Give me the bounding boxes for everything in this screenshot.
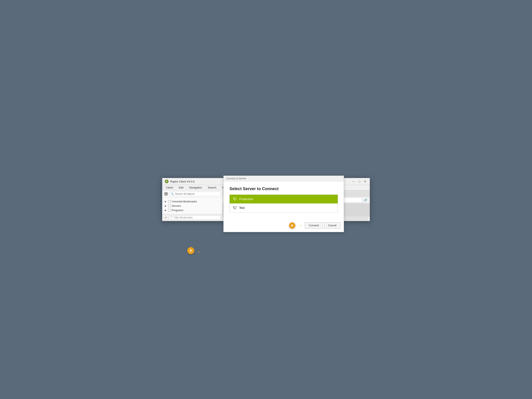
svg-point-7 [234, 198, 234, 199]
tree-item-servers[interactable]: ▶ Servers [162, 204, 222, 208]
title-bar-controls: ─ □ ✕ [351, 179, 367, 184]
add-bookmark-button[interactable]: + [164, 216, 168, 219]
search-input[interactable] [175, 192, 219, 195]
cancel-button[interactable]: Cancel [324, 222, 340, 228]
checkbox-programs[interactable] [168, 209, 171, 212]
sidebar: 🔍 ▶ Unsorted Bookmarks ▶ Servers ▶ [162, 190, 222, 221]
right-body: A → Connect to Server Select Server to C… [222, 203, 370, 216]
app-title: Raptor Client V4.0.6 [170, 180, 195, 183]
svg-point-11 [234, 207, 234, 207]
svg-rect-0 [165, 192, 166, 194]
server-icon-production [233, 197, 237, 201]
tree-label-unsorted: Unsorted Bookmarks [172, 200, 197, 203]
server-name-production: Production [239, 197, 253, 201]
right-area: R Empty ✕ + ‹ › ↻ 🔗 A → [222, 190, 370, 221]
tree-container: ▶ Unsorted Bookmarks ▶ Servers ▶ Program… [162, 198, 222, 214]
dialog-titlebar: Connect to Server [224, 176, 344, 181]
tree-item-unsorted[interactable]: ▶ Unsorted Bookmarks [162, 199, 222, 204]
tree-label-servers: Servers [172, 204, 181, 207]
svg-rect-1 [166, 192, 167, 194]
app-icon: R [165, 180, 169, 183]
tree-arrow-programs: ▶ [165, 209, 167, 211]
search-icon: 🔍 [171, 192, 174, 195]
menu-search[interactable]: Search [207, 185, 218, 190]
annotation-a: A [187, 247, 194, 254]
sidebar-bottom: + ⛉ Filter Bookmarks [162, 214, 222, 221]
connect-button[interactable]: Connect [305, 222, 323, 228]
server-list: Production [229, 195, 338, 212]
maximize-button[interactable]: □ [357, 179, 361, 184]
annotation-b: B [289, 222, 295, 228]
connect-to-server-dialog: Connect to Server Select Server to Conne… [223, 176, 344, 232]
tree-label-programs: Programs [172, 209, 183, 212]
server-name-test: Test [239, 206, 245, 209]
server-item-production[interactable]: Production [230, 195, 338, 203]
svg-rect-2 [165, 194, 166, 195]
server-icon-test [233, 206, 237, 210]
tree-arrow-servers: ▶ [165, 205, 167, 207]
menu-edit[interactable]: Edit [177, 185, 184, 190]
svg-rect-3 [166, 194, 167, 195]
search-box: 🔍 [169, 192, 221, 196]
filter-placeholder: Filter Bookmarks [174, 216, 193, 219]
link-icon[interactable]: 🔗 [363, 197, 368, 203]
menu-navigation[interactable]: Navigation [188, 185, 203, 190]
checkbox-unsorted[interactable] [168, 200, 171, 203]
main-content: 🔍 ▶ Unsorted Bookmarks ▶ Servers ▶ [162, 190, 370, 221]
menu-client[interactable]: Client [165, 185, 174, 190]
tree-arrow-unsorted: ▶ [165, 200, 167, 203]
annotation-arrow-a: → [196, 249, 201, 254]
app-window: R Raptor Client V4.0.6 ─ □ ✕ Client Edit… [162, 178, 370, 221]
dialog-overlay: A → Connect to Server Select Server to C… [222, 203, 370, 216]
title-bar-left: R Raptor Client V4.0.6 [165, 180, 195, 183]
tree-item-programs[interactable]: ▶ Programs [162, 208, 222, 212]
grid-icon[interactable] [164, 192, 168, 196]
dialog-heading: Select Server to Connect [229, 186, 338, 191]
dialog-footer: B → Connect Cancel [224, 221, 344, 232]
annotation-arrow-b: → [298, 223, 302, 228]
filter-icon: ⛉ [171, 216, 173, 219]
minimize-button[interactable]: ─ [351, 179, 355, 184]
dialog-body: Select Server to Connect [224, 181, 344, 221]
checkbox-servers[interactable] [168, 204, 171, 207]
filter-box: ⛉ Filter Bookmarks [169, 215, 221, 220]
close-button[interactable]: ✕ [363, 179, 367, 184]
server-item-test[interactable]: Test [230, 203, 338, 212]
sidebar-toolbar: 🔍 [162, 190, 222, 198]
